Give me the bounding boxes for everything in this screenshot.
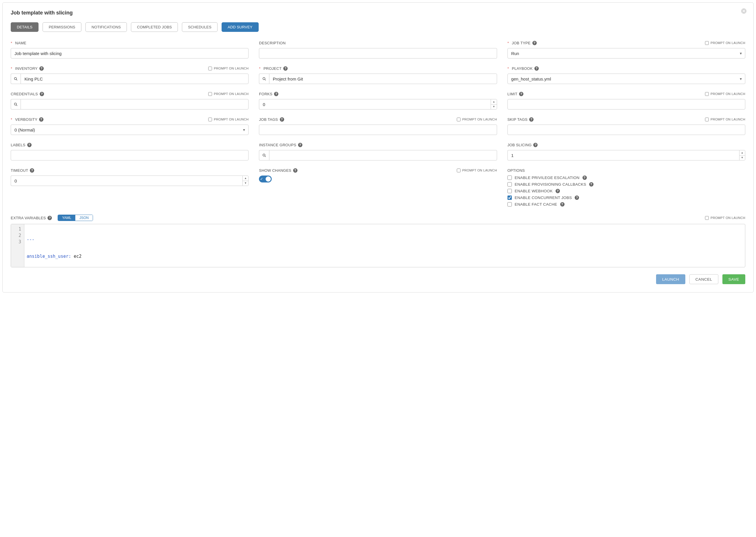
- option-fact-cache[interactable]: ENABLE FACT CACHE?: [508, 202, 745, 207]
- description-input[interactable]: [259, 48, 497, 59]
- help-icon[interactable]: ?: [39, 66, 44, 71]
- close-icon[interactable]: [741, 8, 747, 14]
- prompt-job-type[interactable]: PROMPT ON LAUNCH: [705, 41, 745, 45]
- skip-tags-input[interactable]: [508, 125, 745, 135]
- prompt-extra-vars[interactable]: PROMPT ON LAUNCH: [705, 216, 745, 220]
- label-instance-groups: INSTANCE GROUPS: [259, 143, 296, 147]
- prompt-label: PROMPT ON LAUNCH: [214, 92, 248, 96]
- option-concurrent[interactable]: ENABLE CONCURRENT JOBS?: [508, 195, 745, 200]
- help-icon[interactable]: ?: [280, 117, 284, 122]
- help-icon[interactable]: ?: [533, 143, 538, 147]
- tab-completed-jobs[interactable]: COMPLETED JOBS: [131, 22, 178, 32]
- tab-notifications[interactable]: NOTIFICATIONS: [85, 22, 127, 32]
- timeout-up-button[interactable]: ▲: [243, 176, 248, 181]
- option-prov-callbacks[interactable]: ENABLE PROVISIONING CALLBACKS?: [508, 182, 745, 186]
- prompt-label: PROMPT ON LAUNCH: [710, 216, 745, 220]
- prompt-inventory[interactable]: PROMPT ON LAUNCH: [208, 66, 248, 70]
- timeout-input[interactable]: [11, 176, 242, 186]
- slicing-up-button[interactable]: ▲: [739, 150, 745, 155]
- field-job-slicing: JOB SLICING? ▲▼: [508, 142, 745, 160]
- credentials-input[interactable]: [21, 99, 248, 109]
- show-changes-toggle[interactable]: ✓: [259, 176, 272, 183]
- field-options: OPTIONS ENABLE PRIVILEGE ESCALATION? ENA…: [508, 167, 745, 207]
- prompt-credentials[interactable]: PROMPT ON LAUNCH: [208, 92, 248, 96]
- label-description: DESCRIPTION: [259, 41, 286, 45]
- required-indicator: *: [508, 66, 509, 71]
- help-icon[interactable]: ?: [529, 117, 533, 122]
- timeout-down-button[interactable]: ▼: [243, 181, 248, 186]
- project-lookup-button[interactable]: [259, 73, 269, 84]
- line-number: 3: [11, 239, 21, 245]
- credentials-lookup-button[interactable]: [11, 99, 21, 109]
- editor-body[interactable]: --- ansible_ssh_user: ec2 ansible_connec…: [24, 224, 95, 267]
- cancel-button[interactable]: CANCEL: [690, 274, 718, 284]
- verbosity-select[interactable]: [11, 125, 248, 135]
- prompt-show-changes[interactable]: PROMPT ON LAUNCH: [457, 169, 497, 172]
- launch-button[interactable]: LAUNCH: [656, 274, 685, 284]
- svg-line-6: [16, 105, 17, 106]
- prompt-limit[interactable]: PROMPT ON LAUNCH: [705, 92, 745, 96]
- instance-groups-input[interactable]: [269, 150, 497, 160]
- mode-yaml-button[interactable]: YAML: [58, 215, 75, 221]
- inventory-input[interactable]: [21, 73, 248, 84]
- tab-add-survey[interactable]: ADD SURVEY: [222, 22, 259, 32]
- extra-vars-editor[interactable]: 1 2 3 --- ansible_ssh_user: ec2 ansible_…: [11, 224, 745, 267]
- inventory-lookup-button[interactable]: [11, 73, 21, 84]
- opt-label: ENABLE WEBHOOK: [515, 189, 553, 193]
- forks-down-button[interactable]: ▼: [491, 104, 496, 109]
- tab-permissions[interactable]: PERMISSIONS: [43, 22, 81, 32]
- help-icon[interactable]: ?: [589, 182, 594, 186]
- required-indicator: *: [259, 66, 260, 71]
- required-indicator: *: [11, 66, 12, 71]
- svg-line-2: [16, 79, 17, 80]
- field-verbosity: *VERBOSITY? PROMPT ON LAUNCH ▾: [11, 116, 248, 135]
- help-icon[interactable]: ?: [556, 189, 560, 193]
- prompt-job-tags[interactable]: PROMPT ON LAUNCH: [457, 118, 497, 121]
- label-job-type: JOB TYPE: [512, 41, 531, 45]
- mode-json-button[interactable]: JSON: [75, 215, 93, 221]
- name-input[interactable]: [11, 48, 248, 59]
- help-icon[interactable]: ?: [298, 143, 302, 147]
- option-webhook[interactable]: ENABLE WEBHOOK?: [508, 189, 745, 193]
- job-type-select[interactable]: [508, 48, 745, 59]
- help-icon[interactable]: ?: [48, 216, 52, 220]
- save-button[interactable]: SAVE: [722, 274, 745, 284]
- field-show-changes: SHOW CHANGES? PROMPT ON LAUNCH ✓: [259, 167, 497, 207]
- prompt-verbosity[interactable]: PROMPT ON LAUNCH: [208, 118, 248, 121]
- required-indicator: *: [11, 117, 12, 122]
- limit-input[interactable]: [508, 99, 745, 109]
- slicing-down-button[interactable]: ▼: [739, 155, 745, 160]
- tab-details[interactable]: DETAILS: [11, 22, 38, 32]
- forks-input[interactable]: [259, 99, 491, 109]
- help-icon[interactable]: ?: [27, 143, 31, 147]
- forks-up-button[interactable]: ▲: [491, 99, 496, 104]
- help-icon[interactable]: ?: [519, 92, 524, 96]
- svg-point-1: [15, 77, 17, 80]
- help-icon[interactable]: ?: [274, 92, 278, 96]
- project-input[interactable]: [269, 73, 497, 84]
- help-icon[interactable]: ?: [582, 176, 587, 180]
- playbook-select[interactable]: [508, 73, 745, 84]
- help-icon[interactable]: ?: [30, 168, 34, 173]
- help-icon[interactable]: ?: [39, 117, 43, 122]
- help-icon[interactable]: ?: [560, 202, 565, 207]
- help-icon[interactable]: ?: [40, 92, 44, 96]
- label-forks: FORKS: [259, 92, 272, 96]
- prompt-label: PROMPT ON LAUNCH: [710, 41, 745, 45]
- field-job-tags: JOB TAGS? PROMPT ON LAUNCH: [259, 116, 497, 135]
- label-job-slicing: JOB SLICING: [508, 143, 532, 147]
- option-priv-esc[interactable]: ENABLE PRIVILEGE ESCALATION?: [508, 176, 745, 180]
- prompt-label: PROMPT ON LAUNCH: [214, 66, 248, 70]
- help-icon[interactable]: ?: [283, 66, 288, 71]
- field-playbook: *PLAYBOOK? ▾: [508, 65, 745, 84]
- labels-input[interactable]: [11, 150, 248, 160]
- help-icon[interactable]: ?: [534, 66, 539, 71]
- instance-groups-lookup-button[interactable]: [259, 150, 269, 160]
- tab-schedules[interactable]: SCHEDULES: [182, 22, 218, 32]
- job-tags-input[interactable]: [259, 125, 497, 135]
- help-icon[interactable]: ?: [293, 168, 298, 173]
- help-icon[interactable]: ?: [575, 195, 579, 200]
- prompt-skip-tags[interactable]: PROMPT ON LAUNCH: [705, 118, 745, 121]
- help-icon[interactable]: ?: [532, 41, 537, 45]
- job-slicing-input[interactable]: [508, 150, 739, 160]
